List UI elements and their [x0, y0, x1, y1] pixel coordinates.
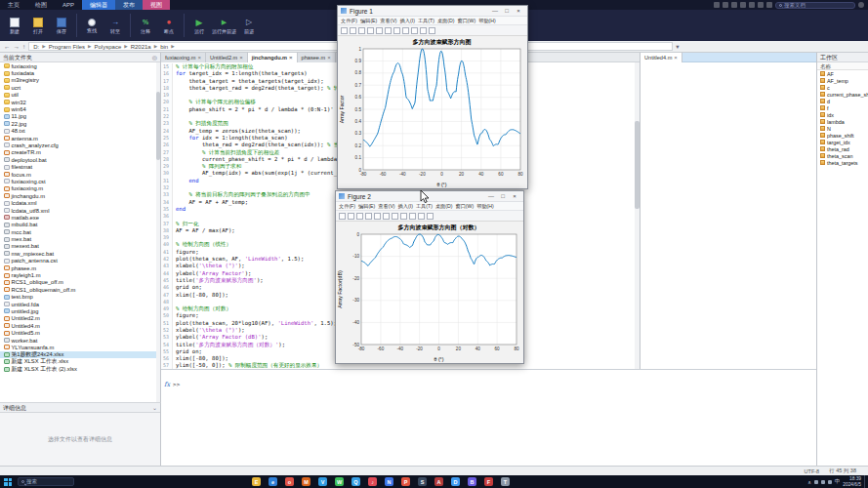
- ribbon-comment-button[interactable]: 注释: [135, 11, 156, 40]
- datatip-icon[interactable]: [418, 213, 425, 220]
- zoom-in-icon[interactable]: [383, 213, 390, 220]
- file-item[interactable]: ucrt: [0, 84, 160, 91]
- figure-titlebar[interactable]: Figure 1 — □ ×: [338, 6, 527, 17]
- taskbar-app-vscode[interactable]: V: [318, 477, 327, 486]
- taskbar-clock[interactable]: 18:39 2024/6/5: [843, 476, 861, 486]
- figure-menu-2[interactable]: 查看(V): [380, 18, 396, 24]
- close-tab-icon[interactable]: ×: [327, 54, 331, 62]
- file-item[interactable]: 第1题数据24x24.xlsx: [0, 351, 160, 358]
- file-item[interactable]: filestmat: [0, 163, 160, 170]
- ribbon-open-button[interactable]: 打开: [27, 11, 49, 40]
- file-item[interactable]: worker.bat: [0, 337, 160, 344]
- toolstrip-tab-2[interactable]: APP: [55, 0, 82, 10]
- file-item[interactable]: fuxiadata: [0, 69, 160, 76]
- close-button[interactable]: ×: [513, 6, 524, 16]
- toolstrip-tab-4[interactable]: 发布: [115, 0, 143, 10]
- pan-icon[interactable]: [400, 213, 407, 220]
- ribbon-goto-button[interactable]: 转至: [104, 11, 126, 40]
- close-tab-icon[interactable]: ×: [239, 54, 243, 62]
- taskbar-app-wps[interactable]: P: [401, 477, 410, 486]
- browse-folder-button[interactable]: ▾: [676, 43, 679, 51]
- taskbar-app-wechat[interactable]: W: [335, 477, 344, 486]
- taskbar-app-netdisk[interactable]: N: [385, 477, 393, 486]
- insert-legend-icon[interactable]: [429, 27, 435, 34]
- up-folder-button[interactable]: ↑: [22, 43, 25, 50]
- file-item[interactable]: lcdata.xml: [0, 199, 160, 206]
- code-area-second[interactable]: [641, 62, 816, 369]
- taskbar-app-music[interactable]: ♪: [368, 477, 377, 486]
- breadcrumb-segment[interactable]: D:: [32, 44, 40, 50]
- workspace-variable[interactable]: theta_rad: [817, 145, 868, 152]
- network-icon[interactable]: [814, 480, 818, 484]
- taskbar-app-edge-browser[interactable]: e: [269, 477, 277, 486]
- pan-icon[interactable]: [402, 27, 409, 34]
- file-list-scrollbar[interactable]: [156, 62, 160, 402]
- file-item[interactable]: crash_analyzer.cfg: [0, 142, 160, 148]
- taskbar-app-file-explorer[interactable]: E: [252, 477, 261, 486]
- command-window[interactable]: fx>>: [161, 369, 816, 466]
- file-item[interactable]: YLYuansuanfa.m: [0, 344, 160, 350]
- figure-menu-2[interactable]: 查看(V): [378, 203, 394, 210]
- figure-menu-4[interactable]: 工具(T): [418, 18, 434, 24]
- file-item[interactable]: phasee.m: [0, 264, 160, 271]
- open-icon[interactable]: [350, 27, 356, 34]
- file-item[interactable]: fuxiaoxing.cst: [0, 178, 160, 184]
- redo-icon[interactable]: [758, 2, 764, 8]
- toolstrip-tab-0[interactable]: 主页: [0, 0, 27, 10]
- plot-axes[interactable]: -80-60-40-200204060800-10-20-30-40-50多方向…: [336, 222, 523, 363]
- taskbar-app-chrome[interactable]: o: [285, 477, 294, 486]
- file-item[interactable]: patch_antenna.cst: [0, 258, 160, 264]
- cut-icon[interactable]: [723, 2, 728, 8]
- figure-menu-6[interactable]: 窗口(W): [455, 203, 474, 210]
- toolstrip-tab-3[interactable]: 编辑器: [82, 0, 115, 10]
- print-icon[interactable]: [365, 213, 372, 220]
- editor-tab-3[interactable]: phasee.m×: [298, 53, 336, 62]
- workspace-variable[interactable]: c: [817, 84, 868, 91]
- file-item[interactable]: m3iregistry: [0, 77, 160, 84]
- close-button[interactable]: ×: [509, 191, 520, 201]
- doc-search-box[interactable]: 搜索文档: [775, 2, 855, 9]
- figure-menu-7[interactable]: 帮助(H): [476, 203, 494, 210]
- toolstrip-tab-1[interactable]: 绘图: [27, 0, 55, 10]
- file-item[interactable]: mex.bat: [0, 235, 160, 242]
- file-item[interactable]: util: [0, 92, 160, 99]
- editor-tab-2[interactable]: jinchangdu.m×: [248, 53, 298, 62]
- datatip-icon[interactable]: [420, 27, 427, 34]
- file-item[interactable]: focus.m: [0, 171, 160, 178]
- editor-tab-0[interactable]: fuxiaoxing.m×: [161, 53, 206, 62]
- file-item[interactable]: Untitled5.m: [0, 329, 160, 336]
- file-item[interactable]: jinchangdu.m: [0, 192, 160, 199]
- workspace-variable[interactable]: AF_temp: [817, 77, 868, 84]
- ime-indicator[interactable]: 中: [835, 478, 841, 485]
- taskbar-app-pdf-reader[interactable]: F: [484, 477, 493, 486]
- save-icon[interactable]: [714, 2, 720, 8]
- link-icon[interactable]: [374, 213, 381, 220]
- rotate-icon[interactable]: [409, 213, 416, 220]
- editor-tab-untitled4[interactable]: Untitled4.m ×: [641, 53, 682, 62]
- file-item[interactable]: Untitled4.m: [0, 322, 160, 329]
- taskbar-app-browser2[interactable]: B: [468, 477, 476, 486]
- ribbon-advance-button[interactable]: 前进: [238, 11, 260, 40]
- back-button[interactable]: ←: [4, 43, 11, 50]
- forward-button[interactable]: →: [14, 43, 21, 50]
- volume-icon[interactable]: [821, 480, 825, 484]
- workspace-variable[interactable]: N: [817, 125, 868, 132]
- file-item[interactable]: 新建 XLSX 工作表.xlsx: [0, 358, 160, 365]
- breadcrumb-segment[interactable]: bin: [159, 44, 169, 50]
- panel-options-icon[interactable]: ◎: [152, 53, 157, 62]
- save-icon[interactable]: [356, 213, 363, 220]
- file-item[interactable]: mcc.bat: [0, 228, 160, 235]
- minimize-button[interactable]: —: [485, 191, 497, 201]
- zoom-out-icon[interactable]: [393, 27, 400, 34]
- copy-icon[interactable]: [731, 2, 737, 8]
- close-tab-icon[interactable]: ×: [197, 54, 201, 62]
- file-item[interactable]: 22.jpg: [0, 120, 160, 127]
- figure-menu-6[interactable]: 窗口(W): [457, 18, 475, 24]
- help-icon[interactable]: [766, 2, 772, 8]
- file-item[interactable]: win64: [0, 105, 160, 112]
- workspace-variable[interactable]: d: [817, 98, 868, 104]
- figure-menu-7[interactable]: 帮助(H): [478, 18, 496, 24]
- file-item[interactable]: rayleigh1.m: [0, 271, 160, 278]
- notification-icon[interactable]: [828, 480, 832, 484]
- zoom-out-icon[interactable]: [392, 213, 398, 220]
